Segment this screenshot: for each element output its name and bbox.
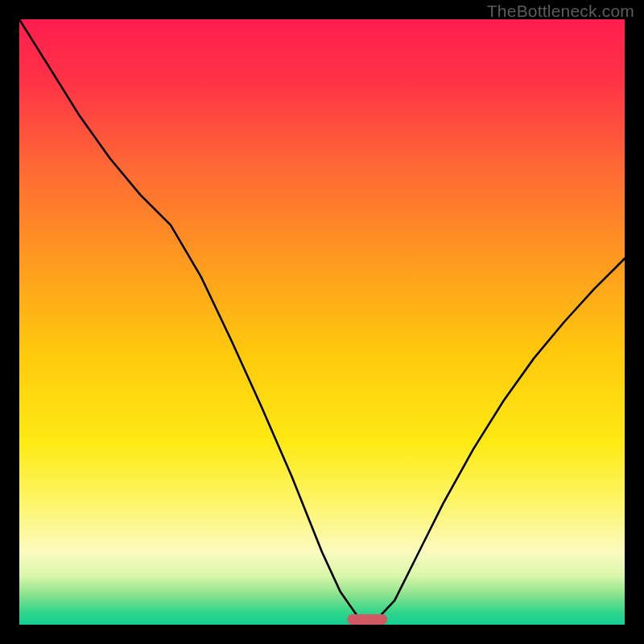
- bottleneck-chart-svg: [19, 19, 625, 625]
- min-marker-pill: [348, 614, 388, 625]
- plot-area: [19, 19, 625, 625]
- chart-container: TheBottleneck.com: [0, 0, 644, 644]
- watermark-text: TheBottleneck.com: [487, 2, 634, 21]
- heat-gradient-background: [19, 19, 625, 625]
